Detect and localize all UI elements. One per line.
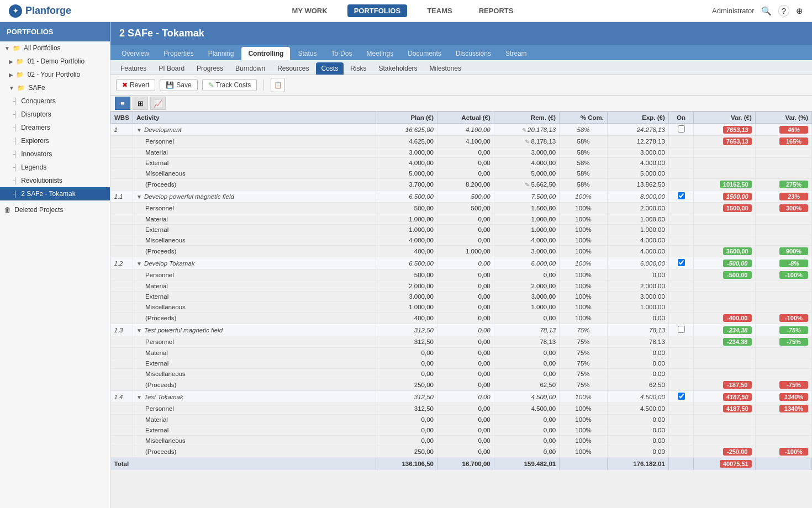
export-icon-button[interactable]: 📋: [271, 78, 285, 92]
cell-var-eur: 4187,50: [694, 403, 755, 415]
cell-on[interactable]: [668, 324, 694, 336]
cell-pct: 58%: [560, 147, 608, 158]
view-table-button[interactable]: ≡: [115, 97, 130, 110]
cell-pct: 58%: [560, 136, 608, 147]
cell-activity: (Proceeds): [133, 446, 376, 458]
cell-var-pct: [755, 168, 811, 179]
cell-plan: 1.000,00: [376, 214, 437, 225]
on-checkbox[interactable]: [678, 125, 685, 133]
col-var-pct: Var. (%): [755, 112, 811, 124]
sub-tab-progress[interactable]: Progress: [191, 62, 229, 75]
cell-activity: Personnel: [133, 136, 376, 147]
sidebar-item-conquerors[interactable]: ┤ Conquerors: [0, 94, 110, 108]
cell-exp: 1.000,00: [607, 302, 668, 313]
sidebar-item-tokamak[interactable]: ┤ 2 SAFe - Tokamak: [0, 187, 110, 200]
cell-on: [668, 336, 694, 348]
cell-on[interactable]: [668, 257, 694, 269]
save-button[interactable]: 💾 Save: [160, 79, 197, 91]
sidebar-item-disruptors[interactable]: ┤ Disruptors: [0, 108, 110, 121]
col-actual: Actual (€): [437, 112, 494, 124]
cell-activity: Miscellaneous: [133, 168, 376, 179]
cell-var-eur: [694, 147, 755, 158]
sidebar-item-demo-portfolio[interactable]: ▶ 📁 01 - Demo Portfolio: [0, 55, 110, 68]
cell-actual: 0,00: [437, 158, 494, 168]
cell-activity: External: [133, 292, 376, 302]
cell-var-pct: -8%: [755, 257, 811, 269]
revert-icon: ✖: [122, 81, 128, 89]
cell-on[interactable]: [668, 391, 694, 403]
search-icon[interactable]: 🔍: [761, 6, 772, 16]
cell-wbs: [111, 292, 133, 302]
on-checkbox[interactable]: [678, 192, 685, 199]
tab-controlling[interactable]: Controlling: [241, 47, 290, 60]
cell-wbs: [111, 379, 133, 391]
cell-on: [668, 425, 694, 436]
cell-wbs: [111, 203, 133, 214]
tab-meetings[interactable]: Meetings: [360, 47, 400, 60]
cell-rem: 78,13: [494, 336, 559, 348]
footer-exp: 176.182,01: [607, 458, 668, 470]
view-grid-button[interactable]: ⊞: [133, 97, 148, 110]
nav-teams[interactable]: TEAMS: [420, 4, 459, 17]
sub-tab-features[interactable]: Features: [115, 62, 152, 75]
sub-tab-risks[interactable]: Risks: [345, 62, 372, 75]
tab-planning[interactable]: Planning: [202, 47, 241, 60]
revert-button[interactable]: ✖ Revert: [116, 79, 155, 91]
cell-on: [668, 415, 694, 425]
cell-rem: ✎ 8.178,13: [494, 136, 559, 147]
help-icon[interactable]: ?: [778, 5, 789, 17]
sidebar-item-innovators[interactable]: ┤ Innovators: [0, 147, 110, 161]
sub-tab-resources[interactable]: Resources: [272, 62, 314, 75]
cell-on: [668, 403, 694, 415]
sidebar-item-safe[interactable]: ▼ 📁 SAFe: [0, 81, 110, 94]
cell-plan: 3.000,00: [376, 292, 437, 302]
cell-rem: 1.500,00: [494, 203, 559, 214]
cell-on[interactable]: [668, 190, 694, 203]
sidebar-item-explorers[interactable]: ┤ Explorers: [0, 134, 110, 147]
tab-status[interactable]: Status: [291, 47, 323, 60]
cell-on[interactable]: [668, 124, 694, 136]
folder-icon: 📁: [13, 45, 20, 51]
sidebar-item-dreamers[interactable]: ┤ Dreamers: [0, 121, 110, 134]
sidebar-label: Revolutionists: [21, 177, 62, 184]
view-chart-button[interactable]: 📈: [150, 97, 166, 110]
var-eur-badge: 1500,00: [723, 193, 752, 200]
sidebar-item-legends[interactable]: ┤ Legends: [0, 161, 110, 174]
sidebar-item-all-portfolios[interactable]: ▼ 📁 All Portfolios: [0, 41, 110, 55]
nav-reports[interactable]: REPORTS: [472, 4, 520, 17]
tab-documents[interactable]: Documents: [401, 47, 448, 60]
var-eur-badge: -500,00: [723, 260, 752, 267]
sidebar-item-your-portfolio[interactable]: ▶ 📁 02 - Your Portfolio: [0, 68, 110, 81]
track-costs-button[interactable]: ✎ Track Costs: [202, 79, 257, 91]
tab-stream[interactable]: Stream: [499, 47, 534, 60]
cell-var-pct: -75%: [755, 336, 811, 348]
sub-tab-piboard[interactable]: PI Board: [153, 62, 190, 75]
tab-properties[interactable]: Properties: [157, 47, 201, 60]
cell-wbs: [111, 358, 133, 369]
sub-tab-milestones[interactable]: Milestones: [424, 62, 467, 75]
sidebar-item-deleted-projects[interactable]: 🗑 Deleted Projects: [0, 203, 110, 216]
nav-my-work[interactable]: MY WORK: [286, 4, 334, 17]
sidebar-item-revolutionists[interactable]: ┤ Revolutionists: [0, 174, 110, 187]
on-checkbox[interactable]: [678, 326, 685, 333]
on-checkbox[interactable]: [678, 393, 685, 400]
cell-exp: 12.278,13: [607, 136, 668, 147]
cell-activity: ▼Test Tokamak: [133, 391, 376, 403]
sub-tab-stakeholders[interactable]: Stakeholders: [373, 62, 423, 75]
cell-on: [668, 436, 694, 446]
cell-on: [668, 168, 694, 179]
sub-tab-burndown[interactable]: Burndown: [230, 62, 271, 75]
tab-todos[interactable]: To-Dos: [324, 47, 358, 60]
sub-tab-costs[interactable]: Costs: [316, 62, 344, 75]
tab-overview[interactable]: Overview: [115, 47, 156, 60]
cell-activity: Personnel: [133, 269, 376, 281]
nav-portfolios[interactable]: PORTFOLIOS: [347, 4, 408, 17]
cell-actual: 0,00: [437, 391, 494, 403]
zoom-icon[interactable]: ⊕: [796, 6, 803, 16]
user-menu[interactable]: Administrator: [712, 7, 755, 15]
on-checkbox[interactable]: [678, 259, 685, 266]
var-eur-badge: 7653,13: [723, 126, 752, 134]
tab-discussions[interactable]: Discussions: [449, 47, 498, 60]
app-logo[interactable]: ✦ Planforge: [9, 4, 71, 18]
cell-rem: 0,00: [494, 269, 559, 281]
